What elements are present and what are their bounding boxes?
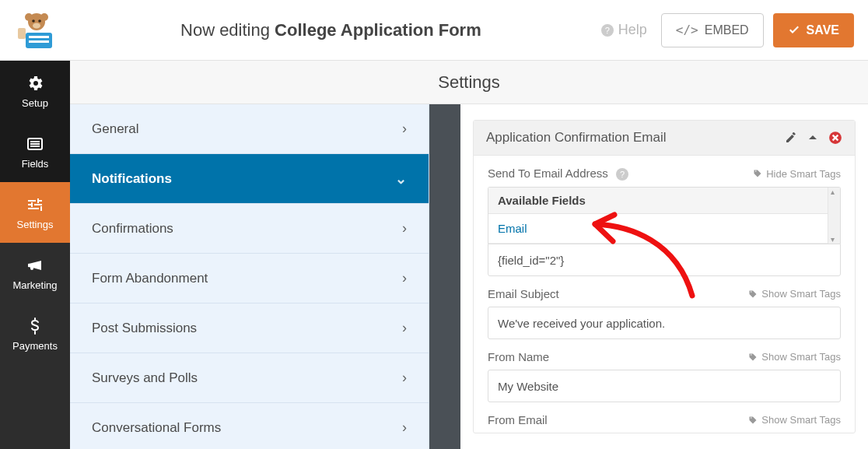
chevron-right-icon: › — [402, 270, 407, 286]
embed-label: EMBED — [705, 23, 749, 37]
chevron-down-icon: ⌄ — [395, 170, 407, 188]
svg-rect-7 — [29, 36, 49, 38]
settings-sub-list: General › Notifications ⌄ Confirmations … — [70, 104, 429, 449]
show-smart-tags-link[interactable]: Show Smart Tags — [748, 288, 841, 300]
save-button[interactable]: SAVE — [773, 13, 854, 47]
show-smart-tags-link-3[interactable]: Show Smart Tags — [748, 414, 841, 426]
chevron-right-icon: › — [402, 220, 407, 237]
edit-icon[interactable] — [785, 132, 797, 144]
tag-icon — [748, 416, 758, 425]
nav-setup[interactable]: Setup — [0, 61, 70, 121]
send-to-label: Send To Email Address — [488, 167, 608, 180]
card-header: Application Confirmation Email — [474, 121, 855, 156]
subject-label: Email Subject — [488, 287, 559, 300]
sub-post-submissions[interactable]: Post Submissions › — [70, 303, 429, 353]
svg-point-4 — [38, 19, 41, 23]
app-logo — [11, 7, 65, 54]
sub-surveys[interactable]: Surveys and Polls › — [70, 353, 429, 403]
sub-general-label: General — [92, 121, 138, 137]
list-icon — [26, 135, 44, 153]
sub-general[interactable]: General › — [70, 104, 429, 154]
help-icon: ? — [601, 24, 614, 37]
help-label: Help — [618, 22, 647, 38]
subject-row: Email Subject Show Smart Tags — [488, 287, 841, 339]
available-field-email[interactable]: Email — [488, 214, 840, 244]
from-email-row: From Email Show Smart Tags — [488, 413, 841, 426]
editing-title: Now editing College Application Form — [65, 20, 597, 40]
tag-icon — [748, 289, 758, 299]
tag-icon — [753, 169, 762, 178]
svg-rect-9 — [18, 28, 26, 39]
nav-fields[interactable]: Fields — [0, 121, 70, 182]
sub-confirmations-label: Confirmations — [92, 221, 173, 237]
settings-title-bar: Settings — [70, 61, 868, 104]
gear-icon — [26, 74, 44, 93]
nav-fields-label: Fields — [22, 158, 49, 170]
sub-abandonment-label: Form Abandonment — [92, 271, 208, 286]
hide-smart-tags-link[interactable]: Hide Smart Tags — [753, 168, 841, 180]
sub-abandonment[interactable]: Form Abandonment › — [70, 254, 429, 303]
from-email-label: From Email — [488, 413, 548, 426]
nav-marketing[interactable]: Marketing — [0, 243, 70, 303]
save-label: SAVE — [807, 23, 839, 37]
subject-input[interactable] — [488, 307, 841, 339]
svg-point-5 — [33, 23, 40, 28]
sub-notifications-label: Notifications — [92, 171, 172, 187]
left-nav: Setup Fields Settings Marketing Payments — [0, 61, 70, 449]
editing-prefix: Now editing — [180, 20, 270, 40]
show-tags-label: Show Smart Tags — [761, 414, 841, 426]
sub-post-submissions-label: Post Submissions — [92, 321, 197, 336]
from-name-input[interactable] — [488, 370, 841, 402]
panel-separator — [429, 104, 460, 449]
bullhorn-icon — [26, 256, 44, 275]
top-header: Now editing College Application Form ? H… — [0, 0, 868, 61]
sub-notifications[interactable]: Notifications ⌄ — [70, 154, 429, 204]
send-to-input[interactable] — [488, 244, 841, 276]
delete-icon[interactable] — [828, 131, 842, 145]
send-to-row: Send To Email Address ? Hide Smart Tags … — [488, 167, 841, 276]
svg-point-2 — [40, 13, 48, 21]
sliders-icon — [26, 195, 44, 214]
svg-rect-8 — [29, 40, 49, 43]
svg-point-1 — [25, 13, 33, 21]
chevron-right-icon: › — [402, 419, 407, 436]
card-title: Application Confirmation Email — [486, 130, 667, 146]
from-name-label: From Name — [488, 350, 549, 363]
available-fields-header: Available Fields — [488, 188, 840, 214]
code-icon: </> — [676, 23, 698, 37]
sub-surveys-label: Surveys and Polls — [92, 370, 198, 386]
tag-icon — [748, 353, 758, 362]
available-fields-box: Available Fields Email — [488, 187, 841, 244]
help-link[interactable]: ? Help — [597, 22, 647, 38]
chevron-right-icon: › — [402, 320, 407, 336]
nav-marketing-label: Marketing — [12, 279, 57, 291]
dollar-icon — [26, 317, 44, 335]
card-body: Send To Email Address ? Hide Smart Tags … — [474, 156, 855, 426]
form-name: College Application Form — [275, 20, 481, 40]
show-tags-label: Show Smart Tags — [761, 288, 841, 300]
chevron-right-icon: › — [402, 370, 407, 386]
scrollbar[interactable] — [828, 188, 840, 244]
collapse-icon[interactable] — [807, 132, 819, 144]
notification-card: Application Confirmation Email Send To E… — [473, 120, 856, 433]
from-name-row: From Name Show Smart Tags — [488, 350, 841, 402]
nav-settings-label: Settings — [17, 219, 54, 230]
chevron-right-icon: › — [402, 121, 407, 137]
help-icon[interactable]: ? — [616, 168, 628, 181]
check-icon — [788, 24, 800, 37]
settings-title-text: Settings — [438, 72, 500, 93]
show-smart-tags-link-2[interactable]: Show Smart Tags — [748, 351, 841, 363]
nav-settings[interactable]: Settings — [0, 182, 70, 243]
notification-panel: Application Confirmation Email Send To E… — [460, 104, 868, 449]
show-tags-label: Show Smart Tags — [761, 351, 841, 363]
nav-payments-label: Payments — [12, 340, 58, 352]
hide-tags-label: Hide Smart Tags — [766, 168, 841, 180]
nav-payments[interactable]: Payments — [0, 303, 70, 364]
sub-conversational[interactable]: Conversational Forms › — [70, 403, 429, 449]
embed-button[interactable]: </> EMBED — [661, 13, 764, 47]
sub-confirmations[interactable]: Confirmations › — [70, 204, 429, 254]
nav-setup-label: Setup — [22, 97, 48, 109]
sub-conversational-label: Conversational Forms — [92, 420, 221, 436]
svg-point-3 — [32, 19, 35, 23]
